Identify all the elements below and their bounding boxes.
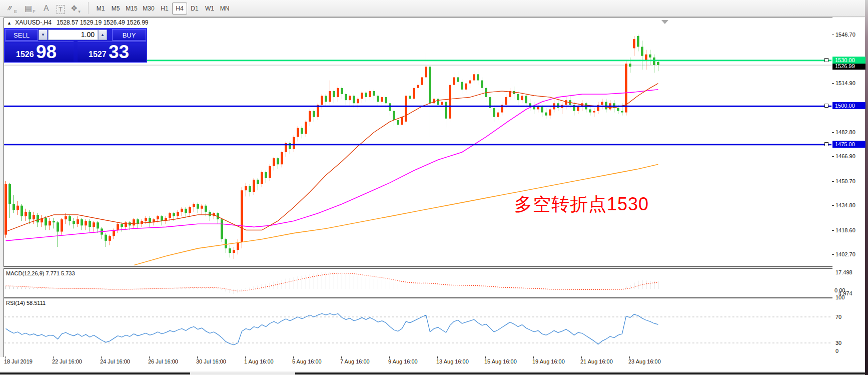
scrollbar-track-left[interactable] <box>0 372 190 374</box>
draw-tools-icon-sub: ▾ <box>78 9 81 14</box>
candle-body <box>329 91 331 102</box>
candle-body <box>405 96 407 122</box>
time-tick-label: 18 Jul 2019 <box>4 358 33 364</box>
scrollbar-track-right[interactable] <box>295 372 865 374</box>
candle-body <box>497 113 499 117</box>
candle-body <box>481 80 483 88</box>
one-click-trading-panel: SELL ▼ 1.00 ▲ BUY 1526 98 1527 33 <box>4 28 147 63</box>
timeframe-button-m30[interactable]: M30 <box>140 3 157 15</box>
candle-body <box>253 180 255 192</box>
candle-body <box>385 97 387 103</box>
candle-body <box>545 113 547 116</box>
candle-body <box>565 100 567 105</box>
buy-price-display[interactable]: 1527 33 <box>78 42 146 62</box>
grid-icon-sub: F <box>33 9 36 14</box>
candle-body <box>241 190 243 242</box>
candle-body <box>417 85 419 88</box>
current-price-tag: 1526.99 <box>832 63 865 70</box>
candle-body <box>393 111 395 120</box>
candle-body <box>169 213 171 218</box>
support-1500-handle[interactable] <box>824 104 828 108</box>
candle-body <box>53 221 55 222</box>
macd-axis-zero: 0.00 <box>834 287 845 293</box>
time-tick-label: 24 Jul 16:00 <box>100 358 130 364</box>
rsi-axis-label: 0 <box>835 348 838 354</box>
candle-body <box>309 111 311 122</box>
candle-body <box>397 120 399 125</box>
timeframe-button-m5[interactable]: M5 <box>108 3 123 15</box>
buy-button[interactable]: BUY <box>112 29 146 41</box>
candle-body <box>589 109 591 112</box>
candle-body <box>133 219 135 225</box>
candle-body <box>125 222 127 227</box>
candle-body <box>33 215 35 219</box>
candle-body <box>185 209 187 213</box>
indicators-icon[interactable]: 〃E <box>4 2 19 14</box>
volume-input[interactable]: 1.00 <box>48 30 98 40</box>
timeframe-button-h4[interactable]: H4 <box>172 3 187 15</box>
text-box-icon[interactable]: T <box>55 2 66 14</box>
candle-body <box>21 206 23 216</box>
chart-annotation-text[interactable]: 多空转折点1530 <box>514 192 649 217</box>
candle-body <box>13 204 15 210</box>
rsi-panel[interactable] <box>4 298 833 357</box>
sell-button[interactable]: SELL <box>5 29 38 41</box>
candle-body <box>437 99 439 105</box>
timeframe-button-h1[interactable]: H1 <box>157 3 172 15</box>
timeframe-button-w1[interactable]: W1 <box>202 3 217 15</box>
candle-body <box>173 213 175 216</box>
candle-body <box>189 207 191 213</box>
volume-increase-button[interactable]: ▲ <box>98 30 107 40</box>
timeframe-button-mn[interactable]: MN <box>217 3 232 15</box>
timeframe-button-d1[interactable]: D1 <box>187 3 202 15</box>
collapse-icon[interactable]: ▲ <box>7 21 12 26</box>
candle-body <box>649 55 651 58</box>
candle-body <box>453 77 455 85</box>
chart-shift-marker-icon[interactable] <box>661 20 668 24</box>
candle-body <box>377 96 379 102</box>
macd-panel[interactable] <box>4 268 833 298</box>
grid-icon[interactable]: ▤F <box>23 2 37 14</box>
candle-body <box>517 94 519 100</box>
candle-body <box>629 64 631 67</box>
price-tick-label: 1482.80 <box>835 129 855 135</box>
scrollbar-thumb[interactable] <box>190 372 295 374</box>
candle-body <box>117 224 119 230</box>
ohlc-quotes: 1528.57 1529.19 1526.49 1526.99 <box>57 19 149 26</box>
candle-body <box>381 97 383 102</box>
time-tick-label: 19 Aug 16:00 <box>532 358 565 364</box>
candle-body <box>313 111 315 117</box>
candle-body <box>433 99 435 103</box>
volume-decrease-button[interactable]: ▼ <box>39 30 48 40</box>
rsi-indicator <box>4 298 831 356</box>
resistance-1530-handle[interactable] <box>824 58 828 62</box>
timeframe-button-m15[interactable]: M15 <box>123 3 140 15</box>
timeframe-button-m1[interactable]: M1 <box>93 3 108 15</box>
candle-body <box>657 62 659 65</box>
candle-body <box>265 172 267 178</box>
price-tick-label: 1418.60 <box>835 227 855 233</box>
time-tick-label: 9 Aug 16:00 <box>388 358 418 364</box>
candle-body <box>653 58 655 65</box>
candle-body <box>69 216 71 221</box>
support-1475-handle[interactable] <box>824 142 828 146</box>
time-tick-label: 23 Aug 16:00 <box>628 358 661 364</box>
time-tick-label: 26 Jul 16:00 <box>148 358 178 364</box>
candle-body <box>49 221 51 225</box>
macd-label: MACD(12,26,9) 7.771 5.733 <box>6 270 75 276</box>
draw-tools-icon[interactable]: ❖▾ <box>69 2 82 14</box>
candle-body <box>449 85 451 119</box>
grid-icon: ▤ <box>25 3 32 14</box>
candle-body <box>525 96 527 103</box>
price-tick <box>832 254 834 255</box>
candle-body <box>345 94 347 100</box>
candle-body <box>557 103 559 108</box>
candle-body <box>121 224 123 227</box>
candle-body <box>425 67 427 77</box>
candle-body <box>257 180 259 184</box>
candle-body <box>297 128 299 137</box>
sell-price-display[interactable]: 1526 98 <box>5 42 74 62</box>
candle-body <box>209 212 211 216</box>
candle-body <box>85 221 87 225</box>
text-a-icon[interactable]: A <box>42 2 51 14</box>
